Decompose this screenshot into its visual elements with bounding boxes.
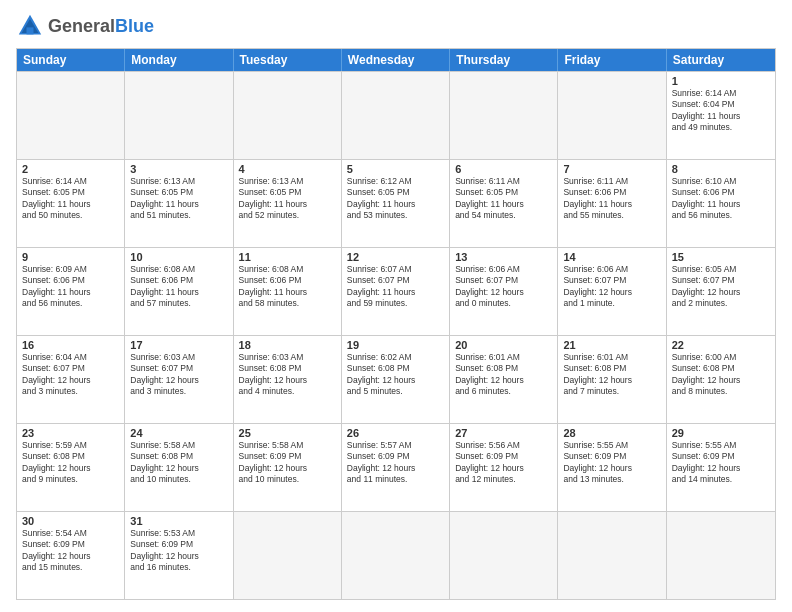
- calendar-cell-0-6: 1Sunrise: 6:14 AM Sunset: 6:04 PM Daylig…: [667, 72, 775, 159]
- day-info: Sunrise: 6:04 AM Sunset: 6:07 PM Dayligh…: [22, 352, 119, 398]
- page: GeneralBlue Sunday Monday Tuesday Wednes…: [0, 0, 792, 612]
- day-number: 16: [22, 339, 119, 351]
- day-number: 12: [347, 251, 444, 263]
- calendar-row-2: 9Sunrise: 6:09 AM Sunset: 6:06 PM Daylig…: [17, 247, 775, 335]
- calendar-cell-5-5: [558, 512, 666, 599]
- day-number: 3: [130, 163, 227, 175]
- calendar-cell-2-4: 13Sunrise: 6:06 AM Sunset: 6:07 PM Dayli…: [450, 248, 558, 335]
- calendar-cell-0-2: [234, 72, 342, 159]
- calendar-cell-4-3: 26Sunrise: 5:57 AM Sunset: 6:09 PM Dayli…: [342, 424, 450, 511]
- calendar-cell-5-3: [342, 512, 450, 599]
- day-number: 20: [455, 339, 552, 351]
- calendar-cell-3-2: 18Sunrise: 6:03 AM Sunset: 6:08 PM Dayli…: [234, 336, 342, 423]
- calendar-cell-2-6: 15Sunrise: 6:05 AM Sunset: 6:07 PM Dayli…: [667, 248, 775, 335]
- day-info: Sunrise: 5:59 AM Sunset: 6:08 PM Dayligh…: [22, 440, 119, 486]
- day-number: 1: [672, 75, 770, 87]
- header-friday: Friday: [558, 49, 666, 71]
- day-info: Sunrise: 6:05 AM Sunset: 6:07 PM Dayligh…: [672, 264, 770, 310]
- day-number: 9: [22, 251, 119, 263]
- calendar-row-5: 30Sunrise: 5:54 AM Sunset: 6:09 PM Dayli…: [17, 511, 775, 599]
- calendar-cell-4-5: 28Sunrise: 5:55 AM Sunset: 6:09 PM Dayli…: [558, 424, 666, 511]
- calendar-cell-2-1: 10Sunrise: 6:08 AM Sunset: 6:06 PM Dayli…: [125, 248, 233, 335]
- day-number: 29: [672, 427, 770, 439]
- header-wednesday: Wednesday: [342, 49, 450, 71]
- day-info: Sunrise: 5:55 AM Sunset: 6:09 PM Dayligh…: [672, 440, 770, 486]
- calendar-cell-1-0: 2Sunrise: 6:14 AM Sunset: 6:05 PM Daylig…: [17, 160, 125, 247]
- calendar-header: Sunday Monday Tuesday Wednesday Thursday…: [17, 49, 775, 71]
- day-number: 31: [130, 515, 227, 527]
- calendar-row-4: 23Sunrise: 5:59 AM Sunset: 6:08 PM Dayli…: [17, 423, 775, 511]
- day-number: 24: [130, 427, 227, 439]
- day-info: Sunrise: 6:11 AM Sunset: 6:06 PM Dayligh…: [563, 176, 660, 222]
- day-number: 14: [563, 251, 660, 263]
- calendar-cell-1-1: 3Sunrise: 6:13 AM Sunset: 6:05 PM Daylig…: [125, 160, 233, 247]
- logo: GeneralBlue: [16, 12, 154, 40]
- day-info: Sunrise: 6:08 AM Sunset: 6:06 PM Dayligh…: [130, 264, 227, 310]
- day-info: Sunrise: 5:53 AM Sunset: 6:09 PM Dayligh…: [130, 528, 227, 574]
- calendar-cell-1-2: 4Sunrise: 6:13 AM Sunset: 6:05 PM Daylig…: [234, 160, 342, 247]
- day-number: 2: [22, 163, 119, 175]
- day-info: Sunrise: 6:13 AM Sunset: 6:05 PM Dayligh…: [239, 176, 336, 222]
- day-info: Sunrise: 6:09 AM Sunset: 6:06 PM Dayligh…: [22, 264, 119, 310]
- day-info: Sunrise: 6:01 AM Sunset: 6:08 PM Dayligh…: [563, 352, 660, 398]
- day-info: Sunrise: 5:58 AM Sunset: 6:08 PM Dayligh…: [130, 440, 227, 486]
- calendar-cell-3-3: 19Sunrise: 6:02 AM Sunset: 6:08 PM Dayli…: [342, 336, 450, 423]
- day-number: 27: [455, 427, 552, 439]
- header-tuesday: Tuesday: [234, 49, 342, 71]
- day-number: 17: [130, 339, 227, 351]
- calendar-body: 1Sunrise: 6:14 AM Sunset: 6:04 PM Daylig…: [17, 71, 775, 599]
- day-info: Sunrise: 6:07 AM Sunset: 6:07 PM Dayligh…: [347, 264, 444, 310]
- calendar-cell-5-4: [450, 512, 558, 599]
- day-number: 30: [22, 515, 119, 527]
- header: GeneralBlue: [16, 12, 776, 40]
- calendar-cell-0-1: [125, 72, 233, 159]
- day-number: 28: [563, 427, 660, 439]
- calendar-cell-4-6: 29Sunrise: 5:55 AM Sunset: 6:09 PM Dayli…: [667, 424, 775, 511]
- calendar-cell-2-5: 14Sunrise: 6:06 AM Sunset: 6:07 PM Dayli…: [558, 248, 666, 335]
- day-number: 23: [22, 427, 119, 439]
- calendar-cell-2-0: 9Sunrise: 6:09 AM Sunset: 6:06 PM Daylig…: [17, 248, 125, 335]
- day-number: 8: [672, 163, 770, 175]
- day-info: Sunrise: 6:08 AM Sunset: 6:06 PM Dayligh…: [239, 264, 336, 310]
- calendar-cell-0-3: [342, 72, 450, 159]
- calendar-cell-1-4: 6Sunrise: 6:11 AM Sunset: 6:05 PM Daylig…: [450, 160, 558, 247]
- calendar-cell-4-2: 25Sunrise: 5:58 AM Sunset: 6:09 PM Dayli…: [234, 424, 342, 511]
- day-info: Sunrise: 5:54 AM Sunset: 6:09 PM Dayligh…: [22, 528, 119, 574]
- logo-icon: [16, 12, 44, 40]
- day-number: 13: [455, 251, 552, 263]
- day-info: Sunrise: 6:14 AM Sunset: 6:05 PM Dayligh…: [22, 176, 119, 222]
- day-number: 15: [672, 251, 770, 263]
- day-info: Sunrise: 6:11 AM Sunset: 6:05 PM Dayligh…: [455, 176, 552, 222]
- calendar-cell-4-1: 24Sunrise: 5:58 AM Sunset: 6:08 PM Dayli…: [125, 424, 233, 511]
- day-info: Sunrise: 6:06 AM Sunset: 6:07 PM Dayligh…: [455, 264, 552, 310]
- calendar-cell-2-2: 11Sunrise: 6:08 AM Sunset: 6:06 PM Dayli…: [234, 248, 342, 335]
- day-number: 11: [239, 251, 336, 263]
- day-info: Sunrise: 5:58 AM Sunset: 6:09 PM Dayligh…: [239, 440, 336, 486]
- calendar-cell-5-1: 31Sunrise: 5:53 AM Sunset: 6:09 PM Dayli…: [125, 512, 233, 599]
- day-number: 22: [672, 339, 770, 351]
- calendar-cell-5-0: 30Sunrise: 5:54 AM Sunset: 6:09 PM Dayli…: [17, 512, 125, 599]
- day-info: Sunrise: 6:13 AM Sunset: 6:05 PM Dayligh…: [130, 176, 227, 222]
- header-thursday: Thursday: [450, 49, 558, 71]
- day-number: 5: [347, 163, 444, 175]
- day-info: Sunrise: 6:02 AM Sunset: 6:08 PM Dayligh…: [347, 352, 444, 398]
- svg-rect-2: [27, 27, 34, 34]
- day-number: 10: [130, 251, 227, 263]
- calendar-cell-3-1: 17Sunrise: 6:03 AM Sunset: 6:07 PM Dayli…: [125, 336, 233, 423]
- calendar-row-1: 2Sunrise: 6:14 AM Sunset: 6:05 PM Daylig…: [17, 159, 775, 247]
- calendar-cell-5-2: [234, 512, 342, 599]
- day-info: Sunrise: 5:56 AM Sunset: 6:09 PM Dayligh…: [455, 440, 552, 486]
- day-number: 7: [563, 163, 660, 175]
- day-number: 19: [347, 339, 444, 351]
- calendar-cell-2-3: 12Sunrise: 6:07 AM Sunset: 6:07 PM Dayli…: [342, 248, 450, 335]
- day-info: Sunrise: 6:03 AM Sunset: 6:08 PM Dayligh…: [239, 352, 336, 398]
- calendar-row-3: 16Sunrise: 6:04 AM Sunset: 6:07 PM Dayli…: [17, 335, 775, 423]
- header-saturday: Saturday: [667, 49, 775, 71]
- day-number: 26: [347, 427, 444, 439]
- day-number: 18: [239, 339, 336, 351]
- day-info: Sunrise: 6:12 AM Sunset: 6:05 PM Dayligh…: [347, 176, 444, 222]
- calendar-cell-0-4: [450, 72, 558, 159]
- day-info: Sunrise: 6:14 AM Sunset: 6:04 PM Dayligh…: [672, 88, 770, 134]
- day-info: Sunrise: 6:00 AM Sunset: 6:08 PM Dayligh…: [672, 352, 770, 398]
- day-info: Sunrise: 6:10 AM Sunset: 6:06 PM Dayligh…: [672, 176, 770, 222]
